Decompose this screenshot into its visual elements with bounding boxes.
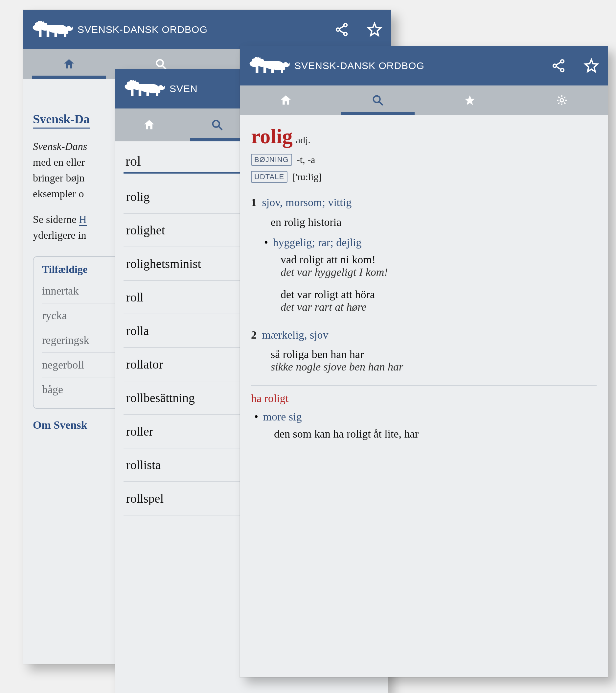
example-sv: en rolig historia <box>271 216 597 229</box>
page-heading[interactable]: Svensk-Da <box>33 112 90 128</box>
translation-link[interactable]: morsom <box>286 196 322 209</box>
headword: rolig <box>251 124 293 148</box>
help-link[interactable]: H <box>79 213 86 226</box>
app-title: SVENSK-DANSK ORDBOG <box>294 60 549 71</box>
tab-home[interactable] <box>23 49 115 79</box>
intro-line1: Svensk-Dans <box>33 140 87 152</box>
translation-link[interactable]: sjov <box>262 196 280 209</box>
inflection-value: -t, -a <box>297 154 315 165</box>
translation-link[interactable]: rar <box>318 236 330 249</box>
tab-favorites[interactable] <box>424 85 516 115</box>
example-sv: vad roligt att ni kom! <box>281 254 597 266</box>
dictionary-entry: rolig adj. BØJNING -t, -a UDTALE ['ru:li… <box>240 115 608 449</box>
seealso-b: yderligere in <box>33 229 86 241</box>
bullet-icon: • <box>254 411 260 423</box>
example-sv: det var roligt att höra <box>281 288 597 301</box>
pronunciation-value: ['ru:lig] <box>292 171 322 182</box>
translation-link[interactable]: hyggelig <box>273 236 312 249</box>
seealso-a: Se siderne <box>33 213 79 225</box>
translation-link[interactable]: mærkelig <box>262 329 304 341</box>
tab-home[interactable] <box>115 108 183 141</box>
translation-link[interactable]: vittig <box>328 196 351 209</box>
intro-line2: med en eller <box>33 156 85 168</box>
favorite-icon[interactable] <box>365 20 384 39</box>
example-da: det var hyggeligt I kom! <box>281 266 597 278</box>
intro-line3: bringer bøjn <box>33 172 84 184</box>
example-sv: så roliga ben han har <box>271 348 597 361</box>
tab-settings[interactable] <box>516 85 608 115</box>
phrase-headword: ha roligt <box>251 392 597 405</box>
sense-number: 1 <box>251 196 256 209</box>
logo-icon <box>122 77 167 100</box>
example-da: sikke nogle sjove ben han har <box>271 361 597 373</box>
intro-line4: eksempler o <box>33 188 84 200</box>
translation-link[interactable]: more sig <box>263 411 302 423</box>
pronunciation-tag[interactable]: UDTALE <box>251 171 287 183</box>
app-title: SVENSK-DANSK ORDBOG <box>78 24 332 35</box>
logo-icon <box>29 18 76 41</box>
tab-home[interactable] <box>240 85 332 115</box>
share-icon[interactable] <box>332 20 351 39</box>
divider <box>251 385 597 385</box>
favorite-icon[interactable] <box>581 56 601 76</box>
example-sv: den som kan ha roligt åt lite, har <box>274 428 597 440</box>
sense-number: 2 <box>251 329 256 341</box>
share-icon[interactable] <box>549 56 568 76</box>
app-header: SVENSK-DANSK ORDBOG <box>23 10 391 49</box>
app-header: SVENSK-DANSK ORDBOG <box>240 46 608 85</box>
part-of-speech: adj. <box>296 135 310 145</box>
example-da: det var rart at høre <box>281 301 597 313</box>
translation-link[interactable]: sjov <box>310 329 329 341</box>
bullet-icon: • <box>264 236 270 249</box>
translation-link[interactable]: dejlig <box>336 236 362 249</box>
tab-search[interactable] <box>332 85 424 115</box>
inflection-tag[interactable]: BØJNING <box>251 154 292 166</box>
tab-bar <box>240 85 608 115</box>
logo-icon <box>246 54 292 77</box>
